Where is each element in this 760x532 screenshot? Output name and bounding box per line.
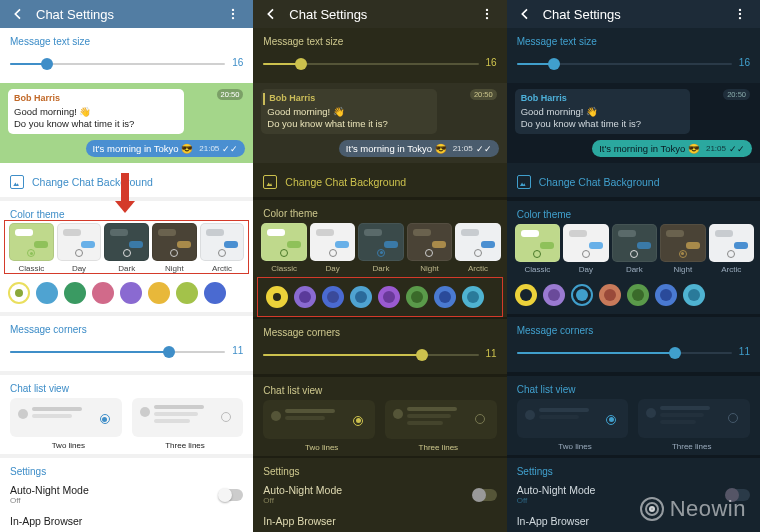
outgoing-bubble: It's morning in Tokyo 😎 21:05 ✓✓ — [86, 140, 246, 157]
setting-auto-night[interactable]: Auto-Night ModeOff — [253, 479, 506, 510]
settings-label: Settings — [517, 466, 750, 477]
section-chat-list-view: Chat list view — [0, 375, 253, 394]
accent-swatch[interactable] — [294, 286, 316, 308]
accent-swatches — [257, 277, 502, 317]
accent-swatch[interactable] — [8, 282, 30, 304]
accent-swatch[interactable] — [92, 282, 114, 304]
back-icon[interactable] — [511, 0, 539, 28]
change-background-button[interactable]: Change Chat Background — [507, 167, 760, 197]
color-theme-label: Color theme — [517, 209, 750, 220]
chat-list-view-options — [253, 396, 506, 441]
more-icon[interactable] — [219, 0, 247, 28]
text-size-slider[interactable]: 16 — [10, 51, 243, 79]
theme-card-classic[interactable]: Classic — [515, 224, 560, 274]
section-corners: Message corners 11 — [507, 317, 760, 372]
setting-inapp-browser[interactable]: In-App Browser — [0, 510, 253, 532]
text-size-slider[interactable]: 16 — [263, 51, 496, 79]
more-icon[interactable] — [726, 0, 754, 28]
clv-three-lines[interactable] — [638, 399, 750, 438]
section-text-size: Message text size 16 — [0, 28, 253, 83]
header-title: Chat Settings — [539, 7, 726, 22]
header: Chat Settings — [253, 0, 506, 28]
corners-slider[interactable]: 11 — [10, 339, 243, 367]
theme-card-night[interactable]: Night — [407, 223, 452, 273]
corners-label: Message corners — [10, 324, 243, 335]
theme-card-arctic[interactable]: Arctic — [200, 223, 245, 273]
preview-time-badge: 20:50 — [470, 89, 497, 100]
incoming-bubble: Bob Harris Good morning! 👋 Do you know w… — [8, 89, 184, 134]
theme-card-night[interactable]: Night — [660, 224, 705, 274]
text-size-label: Message text size — [517, 36, 750, 47]
accent-swatch[interactable] — [120, 282, 142, 304]
accent-swatch[interactable] — [378, 286, 400, 308]
corners-slider[interactable]: 11 — [517, 340, 750, 368]
accent-swatch[interactable] — [462, 286, 484, 308]
accent-swatch[interactable] — [515, 284, 537, 306]
panel-light: Chat Settings Message text size 16 20:50… — [0, 0, 253, 532]
sender-name: Bob Harris — [521, 93, 685, 105]
accent-swatch[interactable] — [36, 282, 58, 304]
incoming-bubble: Bob Harris Good morning! 👋 Do you know w… — [261, 89, 437, 134]
section-settings: Settings — [507, 458, 760, 479]
accent-swatch[interactable] — [266, 286, 288, 308]
text-size-slider[interactable]: 16 — [517, 51, 750, 79]
theme-card-arctic[interactable]: Arctic — [455, 223, 500, 273]
theme-card-classic[interactable]: Classic — [9, 223, 54, 273]
accent-swatch[interactable] — [571, 284, 593, 306]
header-title: Chat Settings — [285, 7, 472, 22]
accent-swatch[interactable] — [655, 284, 677, 306]
back-icon[interactable] — [257, 0, 285, 28]
toggle[interactable] — [219, 489, 243, 501]
svg-point-6 — [739, 9, 741, 11]
accent-swatch[interactable] — [683, 284, 705, 306]
section-text-size: Message text size 16 — [253, 28, 506, 83]
sender-name: Bob Harris — [263, 93, 431, 105]
more-icon[interactable] — [473, 0, 501, 28]
theme-card-day[interactable]: Day — [57, 223, 102, 273]
clv-three-lines[interactable] — [132, 398, 244, 437]
accent-swatch[interactable] — [434, 286, 456, 308]
setting-inapp-browser[interactable]: In-App Browser — [253, 510, 506, 532]
accent-swatch[interactable] — [148, 282, 170, 304]
neowin-watermark: Neowin — [640, 496, 746, 522]
chat-list-view-options — [507, 395, 760, 440]
chat-preview: 20:50 Bob Harris Good morning! 👋 Do you … — [253, 83, 506, 163]
theme-card-night[interactable]: Night — [152, 223, 197, 273]
clv-two-lines[interactable] — [263, 400, 375, 439]
accent-swatch[interactable] — [599, 284, 621, 306]
accent-swatches — [507, 276, 760, 314]
clv-three-label: Three lines — [380, 443, 497, 452]
change-background-button[interactable]: Change Chat Background — [253, 167, 506, 197]
change-background-button[interactable]: Change Chat Background — [0, 167, 253, 197]
accent-swatch[interactable] — [322, 286, 344, 308]
back-icon[interactable] — [4, 0, 32, 28]
clv-two-lines[interactable] — [10, 398, 122, 437]
outgoing-bubble: It's morning in Tokyo 😎 21:05 ✓✓ — [592, 140, 752, 157]
setting-auto-night[interactable]: Auto-Night ModeOff — [0, 479, 253, 510]
theme-row: Classic Day Dark Night Arctic — [253, 219, 506, 275]
theme-card-day[interactable]: Day — [563, 224, 608, 274]
clv-label: Chat list view — [263, 385, 496, 396]
panel-night: Chat Settings Message text size 16 20:50… — [507, 0, 760, 532]
accent-swatch[interactable] — [406, 286, 428, 308]
clv-three-lines[interactable] — [385, 400, 497, 439]
theme-card-dark[interactable]: Dark — [104, 223, 149, 273]
corners-label: Message corners — [263, 327, 496, 338]
theme-card-dark[interactable]: Dark — [358, 223, 403, 273]
image-icon — [263, 175, 277, 189]
theme-card-classic[interactable]: Classic — [261, 223, 306, 273]
accent-swatch[interactable] — [64, 282, 86, 304]
corners-slider[interactable]: 11 — [263, 342, 496, 370]
svg-point-1 — [232, 13, 234, 15]
theme-card-dark[interactable]: Dark — [612, 224, 657, 274]
accent-swatch[interactable] — [627, 284, 649, 306]
accent-swatch[interactable] — [176, 282, 198, 304]
accent-swatch[interactable] — [543, 284, 565, 306]
accent-swatch[interactable] — [204, 282, 226, 304]
accent-swatch[interactable] — [350, 286, 372, 308]
toggle[interactable] — [473, 489, 497, 501]
theme-card-day[interactable]: Day — [310, 223, 355, 273]
read-checks-icon: ✓✓ — [476, 144, 492, 154]
theme-card-arctic[interactable]: Arctic — [709, 224, 754, 274]
clv-two-lines[interactable] — [517, 399, 629, 438]
